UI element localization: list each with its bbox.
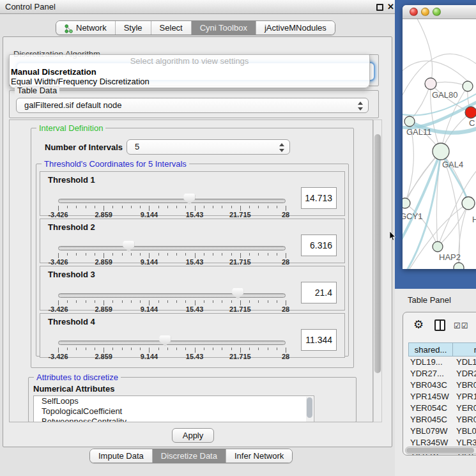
algorithm-option-equal-width-frequency-discretization[interactable]: Equal Width/Frequency Discretization xyxy=(11,77,150,86)
tab-impute-data[interactable]: Impute Data xyxy=(90,449,153,463)
tick-label: 28 xyxy=(282,211,289,219)
tab-select[interactable]: Select xyxy=(151,21,192,35)
slider-tick-labels: -3.4262.8599.14415.4321.71528 xyxy=(58,353,286,360)
threshold-value-field[interactable]: 11.344 xyxy=(301,329,337,351)
network-edge xyxy=(403,151,441,244)
table-row[interactable]: YDL19...YDL1 xyxy=(408,357,476,368)
tick-label: -3.426 xyxy=(48,211,68,219)
main-scrollbar[interactable] xyxy=(373,119,382,422)
network-edge xyxy=(415,19,433,84)
attribute-item-selfloops[interactable]: SelfLoops xyxy=(34,396,314,406)
threshold-panel: Threshold 2 -3.4262.8599.14415.4321.7152… xyxy=(40,219,345,263)
tab-infer-network[interactable]: Infer Network xyxy=(226,449,292,463)
tick-label: 9.144 xyxy=(141,211,158,219)
settings-viewport: Interval Definition Number of Intervals … xyxy=(9,119,373,422)
checkbox-icons[interactable]: ☑☑ xyxy=(454,321,469,330)
node-label-gal11: GAL11 xyxy=(406,127,432,137)
tick-label: 21.715 xyxy=(229,258,251,266)
tab-cyni-toolbox[interactable]: Cyni Toolbox xyxy=(192,21,256,35)
table-cell: YBL0 xyxy=(453,426,476,437)
table-cell: YDL1 xyxy=(453,357,476,368)
attributes-group-label: Attributes to discretize xyxy=(34,372,121,382)
horizontal-scrollbar[interactable] xyxy=(405,447,476,454)
close-traffic-light[interactable] xyxy=(410,8,418,16)
table-panel: Table Panel ⚙ ☑☑ shared...na YDL19...YDL… xyxy=(395,289,476,476)
threshold-value-field[interactable]: 6.316 xyxy=(301,234,337,256)
threshold-slider[interactable]: -3.4262.8599.14415.4321.71528 xyxy=(40,219,344,263)
threshold-panel: Threshold 3 -3.4262.8599.14415.4321.7152… xyxy=(40,266,345,311)
zoom-traffic-light[interactable] xyxy=(433,8,441,16)
tab-discretize-data[interactable]: Discretize Data xyxy=(153,449,226,463)
threshold-value-field[interactable]: 21.4 xyxy=(301,282,337,303)
column-header-1[interactable]: na xyxy=(452,342,476,357)
table-panel-title: Table Panel xyxy=(408,295,451,305)
table-data-combo[interactable]: galFiltered.sif default node xyxy=(16,98,369,113)
screen: Control Panel ✕ NetworkStyleSelectCyni T… xyxy=(0,0,476,476)
network-node-gal11[interactable] xyxy=(404,116,415,127)
table-cell: YPR145W xyxy=(408,391,453,403)
table-row[interactable]: YBL079WYBL0 xyxy=(408,426,476,437)
network-edge xyxy=(403,61,468,81)
interval-definition-label: Interval Definition xyxy=(36,123,105,133)
split-view-icon[interactable] xyxy=(434,319,445,331)
slider-tick-labels: -3.4262.8599.14415.4321.71528 xyxy=(58,305,286,313)
threshold-slider[interactable]: -3.4262.8599.14415.4321.71528 xyxy=(40,172,344,215)
network-node[interactable] xyxy=(463,81,473,91)
threshold-value-field[interactable]: 14.713 xyxy=(301,187,337,209)
network-node-hap2[interactable] xyxy=(433,242,443,252)
table-row[interactable]: YER054CYER0 xyxy=(408,403,476,414)
table-row[interactable]: YBR043CYBR0 xyxy=(408,380,476,391)
number-of-intervals-value: 5 xyxy=(135,142,139,151)
tab-style[interactable]: Style xyxy=(116,21,151,35)
number-of-intervals-combo[interactable]: 5 xyxy=(127,139,290,155)
network-node-gcy1[interactable] xyxy=(403,198,410,208)
list-scrollbar[interactable] xyxy=(306,397,313,422)
apply-button[interactable]: Apply xyxy=(172,428,214,443)
algorithm-option-manual-discretization[interactable]: Manual Discretization xyxy=(11,67,96,77)
numerical-attributes-list[interactable]: SelfLoopsTopologicalCoefficientBetweenne… xyxy=(33,395,314,422)
network-node-h[interactable] xyxy=(462,197,475,210)
minimize-traffic-light[interactable] xyxy=(421,8,429,16)
tick-label: -3.426 xyxy=(48,353,68,360)
column-header-0[interactable]: shared... xyxy=(408,342,453,357)
table-row[interactable]: YDR27...YDR2 xyxy=(408,368,476,380)
tick-label: 28 xyxy=(282,353,289,360)
float-window-icon[interactable] xyxy=(376,4,383,11)
slider-track[interactable] xyxy=(58,293,286,298)
main-scrollbar-thumb[interactable] xyxy=(374,134,381,373)
network-view-canvas[interactable]: GAL80CGAL11GAL4GCY1HHAP2 xyxy=(403,19,476,269)
table-cell: YPR1 xyxy=(453,391,476,403)
network-node[interactable] xyxy=(454,263,464,269)
list-scrollbar-thumb[interactable] xyxy=(307,397,312,418)
network-node-c[interactable] xyxy=(465,107,476,118)
node-label-gal80: GAL80 xyxy=(432,90,457,100)
table-row[interactable]: YBR045CYBR0 xyxy=(408,414,476,426)
tab-label: Network xyxy=(76,21,107,35)
tick-label: 2.859 xyxy=(95,211,112,219)
network-node-gal80[interactable] xyxy=(425,78,436,89)
attribute-item-betweennesscentrality[interactable]: BetweennessCentrality xyxy=(34,417,314,422)
stepper-arrows-icon xyxy=(358,101,363,111)
close-icon[interactable]: ✕ xyxy=(387,2,394,12)
tab-label: Cyni Toolbox xyxy=(200,21,247,35)
gear-icon[interactable]: ⚙ xyxy=(413,318,424,332)
table-row[interactable]: YPR145WYPR1 xyxy=(408,391,476,403)
tick-label: 28 xyxy=(282,258,289,266)
slider-track[interactable] xyxy=(58,246,286,250)
tick-label: 21.715 xyxy=(229,305,251,313)
slider-track[interactable] xyxy=(58,341,286,345)
bottom-tab-bar: Impute DataDiscretize DataInfer Network xyxy=(89,449,293,463)
panel-title: Control Panel xyxy=(5,2,56,12)
network-node-gal4[interactable] xyxy=(433,143,449,160)
tab-jactivemnodules[interactable]: jActiveMNodules xyxy=(256,21,335,35)
tab-network[interactable]: Network xyxy=(56,21,116,35)
slider-track[interactable] xyxy=(58,199,286,203)
threshold-slider[interactable]: -3.4262.8599.14415.4321.71528 xyxy=(40,314,344,357)
threshold-slider[interactable]: -3.4262.8599.14415.4321.71528 xyxy=(40,266,344,310)
horizontal-scrollbar-thumb[interactable] xyxy=(406,448,474,453)
cyni-toolbox-panel: Discretization Algorithm Select algorith… xyxy=(3,36,392,447)
attribute-item-topologicalcoefficient[interactable]: TopologicalCoefficient xyxy=(34,406,314,417)
tab-label: jActiveMNodules xyxy=(265,21,326,35)
table-cell: YBR0 xyxy=(453,414,476,426)
tick-label: 2.859 xyxy=(95,258,112,266)
